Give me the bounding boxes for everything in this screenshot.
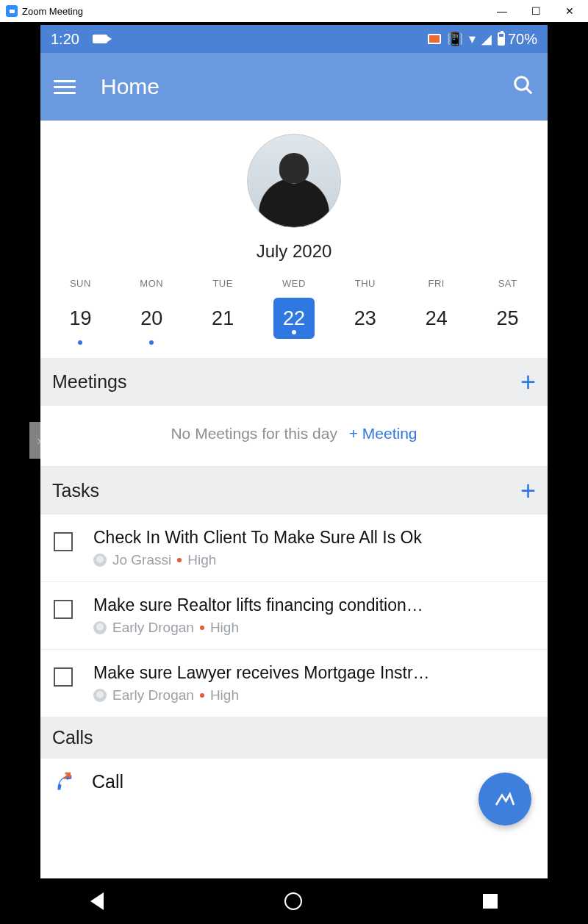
add-task-button[interactable]: + — [520, 484, 536, 498]
calendar-day-24[interactable]: FRI24 — [401, 278, 472, 345]
person-icon — [93, 554, 107, 567]
calendar-day-label: FRI — [401, 278, 472, 289]
calendar-day-dot — [78, 340, 82, 345]
calls-section-header: Calls — [40, 717, 548, 759]
call-row[interactable]: Call 00:00 — [40, 759, 548, 798]
priority-dot-icon — [200, 693, 204, 698]
task-meta: Jo GrassiHigh — [93, 552, 536, 568]
task-title: Check In With Client To Make Sure All Is… — [93, 528, 536, 548]
task-checkbox[interactable] — [54, 532, 73, 551]
calendar-day-number: 24 — [416, 298, 457, 339]
calendar-day-label: TUE — [187, 278, 259, 289]
svg-point-0 — [515, 77, 528, 90]
battery-percent: 70% — [508, 31, 537, 48]
window-title: Zoom Meeting — [22, 6, 83, 17]
android-statusbar: 1:20 📳 ▾ ◢ 70% — [40, 25, 548, 53]
task-priority: High — [210, 687, 239, 703]
window-titlebar: Zoom Meeting — ☐ ✕ — [0, 0, 588, 22]
calendar-day-20[interactable]: MON20 — [116, 278, 187, 345]
calendar-day-dot — [292, 330, 296, 334]
call-title: Call — [92, 771, 123, 792]
camera-active-icon — [93, 35, 107, 43]
calendar-day-23[interactable]: THU23 — [329, 278, 401, 345]
calendar-day-22[interactable]: WED22 — [259, 278, 330, 345]
device-frame: › 1:20 📳 ▾ ◢ 70% — [0, 22, 588, 924]
tasks-section-header: Tasks + — [40, 467, 548, 515]
tasks-section-title: Tasks — [52, 480, 99, 501]
window-close-button[interactable]: ✕ — [553, 0, 587, 22]
task-priority: High — [210, 620, 239, 636]
task-owner: Early Drogan — [112, 620, 194, 636]
calendar-month-label: July 2020 — [40, 241, 548, 262]
priority-dot-icon — [200, 626, 204, 630]
task-checkbox[interactable] — [54, 600, 73, 619]
meetings-section-title: Meetings — [52, 371, 126, 393]
zoom-app-icon — [6, 5, 18, 17]
person-icon — [93, 621, 107, 634]
page-title: Home — [101, 74, 159, 99]
nav-back-button[interactable] — [90, 892, 104, 910]
battery-indicator: 70% — [498, 31, 537, 48]
wifi-icon: ▾ — [469, 31, 476, 47]
task-title: Make sure Lawyer receives Mortgage Instr… — [93, 663, 536, 683]
task-title: Make sure Realtor lifts financing condit… — [93, 595, 536, 615]
calendar-day-label: MON — [116, 278, 187, 289]
add-meeting-link[interactable]: + Meeting — [349, 425, 417, 442]
calendar-day-number: 19 — [60, 298, 101, 339]
calendar-day-number: 23 — [345, 298, 386, 339]
task-row[interactable]: Make sure Lawyer receives Mortgage Instr… — [40, 650, 548, 717]
add-meeting-button[interactable]: + — [520, 375, 536, 390]
menu-button[interactable] — [54, 80, 76, 94]
task-row[interactable]: Make sure Realtor lifts financing condit… — [40, 582, 548, 650]
task-row[interactable]: Check In With Client To Make Sure All Is… — [40, 515, 548, 582]
profile-area: July 2020 — [40, 121, 548, 269]
nav-home-button[interactable] — [284, 892, 302, 910]
task-owner: Early Drogan — [112, 687, 194, 703]
calendar-day-number: 22 — [273, 298, 315, 339]
calendar-day-label: THU — [329, 278, 401, 289]
search-button[interactable] — [512, 74, 534, 99]
user-avatar[interactable] — [247, 134, 341, 228]
priority-dot-icon — [177, 558, 182, 562]
calendar-day-19[interactable]: SUN19 — [45, 278, 116, 345]
window-maximize-button[interactable]: ☐ — [519, 0, 553, 22]
calendar-day-21[interactable]: TUE21 — [187, 278, 259, 345]
android-navbar — [0, 878, 588, 924]
meetings-section-header: Meetings + — [40, 358, 548, 406]
nav-recent-button[interactable] — [483, 894, 498, 909]
phone-screen: 1:20 📳 ▾ ◢ 70% — [40, 25, 548, 878]
app-header: Home — [40, 53, 548, 121]
call-outgoing-icon — [52, 770, 74, 795]
battery-icon — [498, 32, 505, 46]
tasks-list: Check In With Client To Make Sure All Is… — [40, 515, 548, 717]
meetings-empty-text: No Meetings for this day — [171, 425, 337, 442]
calendar-day-label: WED — [259, 278, 330, 289]
task-meta: Early DroganHigh — [93, 687, 536, 703]
task-owner: Jo Grassi — [112, 552, 171, 568]
person-icon — [93, 689, 107, 702]
zia-fab-button[interactable] — [478, 773, 531, 825]
calendar-week-strip: SUN19MON20TUE21WED22THU23FRI24SAT25 — [40, 269, 548, 358]
task-checkbox[interactable] — [54, 667, 73, 687]
cast-icon — [428, 34, 441, 44]
calendar-day-label: SUN — [45, 278, 116, 289]
calendar-day-number: 20 — [131, 298, 172, 339]
cell-signal-icon: ◢ — [481, 31, 492, 47]
calendar-day-label: SAT — [472, 278, 543, 289]
calendar-day-dot — [149, 340, 154, 345]
calls-section-title: Calls — [52, 727, 93, 748]
vibrate-icon: 📳 — [447, 31, 463, 47]
calendar-day-number: 21 — [202, 298, 243, 339]
calendar-day-number: 25 — [487, 298, 528, 339]
svg-line-1 — [526, 88, 532, 94]
calendar-day-25[interactable]: SAT25 — [472, 278, 543, 345]
status-time: 1:20 — [51, 31, 79, 48]
task-priority: High — [187, 552, 216, 568]
window-minimize-button[interactable]: — — [485, 0, 519, 22]
task-meta: Early DroganHigh — [93, 620, 536, 636]
meetings-empty-state: No Meetings for this day + Meeting — [40, 406, 548, 467]
